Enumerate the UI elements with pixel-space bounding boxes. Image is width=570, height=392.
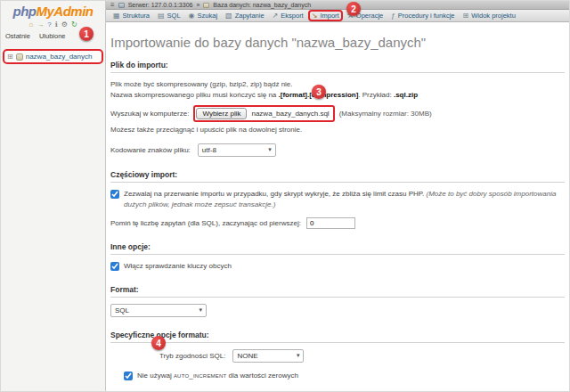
charset-select[interactable]: utf-8▾ — [198, 143, 276, 157]
format-select[interactable]: SQL▾ — [110, 304, 207, 317]
tab-structure[interactable]: ▦Struktura — [110, 10, 153, 21]
example-extension-text: .sql.zip — [394, 91, 418, 99]
search-icon: ◉ — [189, 12, 195, 20]
export-icon: ↗ — [273, 12, 279, 20]
interrupt-checkbox[interactable] — [110, 190, 119, 199]
max-size-label: (Maksymalny rozmiar: 30MB) — [339, 110, 432, 118]
breadcrumb-separator: » — [196, 2, 200, 8]
phpmyadmin-logo[interactable]: phpMyAdmin — [1, 1, 105, 19]
tab-label: SQL — [167, 12, 181, 20]
chevron-down-icon: ▾ — [297, 352, 300, 359]
tab-designer[interactable]: ⊞Widok projektu — [460, 10, 519, 21]
tab-label: Import — [320, 12, 338, 20]
step-badge-1: 1 — [79, 27, 94, 41]
browse-label: Wyszukaj w komputerze: — [110, 110, 189, 118]
foreign-key-checkbox-row: Włącz sprawdzanie kluczy obcych — [110, 261, 565, 272]
main-area: ≡ Serwer: 127.0.0.1:3306 » Baza danych: … — [106, 1, 569, 391]
database-tree: ⊞ nazwa_bazy_danych — [3, 49, 103, 64]
tree-item-label: nazwa_bazy_danych — [26, 53, 93, 61]
logout-icon[interactable]: → — [37, 20, 44, 29]
foreign-key-checkbox[interactable] — [110, 262, 119, 271]
breadcrumb: ≡ Serwer: 127.0.0.1:3306 » Baza danych: … — [106, 1, 569, 10]
sidebar-tab-recent[interactable]: Ostatnie — [5, 32, 30, 40]
query-icon: ▧ — [225, 12, 232, 20]
page-title: Importowanie do bazy danych "nazwa_bazy_… — [110, 35, 565, 50]
refresh-icon[interactable]: ↻ — [71, 20, 77, 29]
sidebar: phpMyAdmin ⌂ → ? ℹ ⚙ ↻ Ostatnie Ulubione… — [1, 1, 106, 391]
tab-label: Zapytanie — [235, 12, 265, 20]
settings-icon[interactable]: ⚙ — [61, 20, 68, 29]
section-format: Format: — [110, 285, 565, 298]
auto-increment-code: auto_increment — [174, 372, 226, 380]
tab-sql[interactable]: ▤SQL — [154, 10, 184, 21]
tab-import[interactable]: ↘Import — [308, 10, 343, 21]
tab-label: Widok projektu — [471, 12, 516, 20]
choose-file-button[interactable]: Wybierz plik — [196, 108, 247, 119]
step-badge-3: 3 — [312, 85, 326, 99]
compression-info-line: Plik może być skompresowany (gzip, bzip2… — [110, 79, 565, 90]
tree-item-database[interactable]: ⊞ nazwa_bazy_danych — [3, 49, 103, 64]
skip-queries-row: Pomiń tę liczbę zapytań (dla SQL), zaczy… — [110, 217, 565, 229]
import-icon: ↘ — [312, 12, 318, 20]
chevron-down-icon: ▾ — [268, 146, 272, 153]
section-format-options: Specyficzne opcje formatu: — [110, 331, 565, 343]
info-icon[interactable]: ℹ — [55, 20, 58, 29]
section-file-to-import: Plik do importu: — [110, 61, 565, 73]
file-upload-row: Wyszukaj w komputerze: Wybierz plik nazw… — [110, 105, 565, 122]
tab-label: Eksport — [281, 12, 303, 20]
tab-label: Operacje — [356, 12, 383, 20]
expand-icon[interactable]: ⊞ — [7, 53, 13, 61]
sql-compatibility-value: NONE — [237, 352, 257, 360]
zero-autoincrement-label: Nie używaj auto_increment dla wartości z… — [137, 371, 298, 381]
format-value: SQL — [115, 306, 129, 314]
sql-compatibility-select[interactable]: NONE▾ — [232, 349, 304, 363]
filename-info-line: Nazwa skompresowanego pliku musi kończyć… — [110, 90, 565, 101]
charset-label: Kodowanie znaków pliku: — [110, 146, 191, 154]
tab-query[interactable]: ▧Zapytanie — [222, 10, 268, 21]
zero-autoincrement-checkbox[interactable] — [124, 372, 133, 380]
charset-row: Kodowanie znaków pliku: utf-8▾ — [110, 143, 565, 157]
phpmyadmin-window: phpMyAdmin ⌂ → ? ℹ ⚙ ↻ Ostatnie Ulubione… — [0, 0, 570, 392]
tab-label: Procedury i funkcje — [398, 12, 455, 20]
sidebar-toggle-icon[interactable]: ≡ — [110, 1, 115, 9]
tab-routines[interactable]: ƒProcedury i funkcje — [387, 10, 458, 21]
step-badge-2: 2 — [346, 2, 361, 16]
chevron-down-icon: ▾ — [199, 306, 202, 314]
database-icon — [16, 53, 23, 61]
designer-icon: ⊞ — [463, 12, 469, 20]
tab-label: Szukaj — [198, 12, 218, 20]
help-icon[interactable]: ? — [47, 20, 51, 29]
sql-icon: ▤ — [158, 12, 165, 20]
sql-compatibility-label: Tryb zgodności SQL: — [159, 352, 225, 360]
charset-value: utf-8 — [202, 146, 216, 154]
selected-file-name: nazwa_bazy_danych.sql — [251, 110, 329, 118]
interrupt-label: Zezwalaj na przerwanie importu w przypad… — [124, 189, 565, 210]
logo-php-part: php — [13, 4, 37, 19]
server-icon — [118, 3, 125, 8]
section-other-options: Inne opcje: — [110, 242, 565, 255]
skip-queries-label: Pomiń tę liczbę zapytań (dla SQL), zaczy… — [110, 219, 301, 227]
breadcrumb-database[interactable]: Baza danych: nazwa_bazy_danych — [213, 2, 311, 8]
sql-compatibility-row: Tryb zgodności SQL: NONE▾ — [159, 349, 565, 363]
import-page: Importowanie do bazy danych "nazwa_bazy_… — [106, 22, 569, 392]
database-icon — [203, 3, 209, 8]
file-input-highlight: Wybierz plik nazwa_bazy_danych.sql — [193, 105, 334, 122]
tab-export[interactable]: ↗Eksport — [269, 10, 307, 21]
foreign-key-label: Włącz sprawdzanie kluczy obcych — [124, 261, 232, 272]
tab-search[interactable]: ◉Szukaj — [185, 10, 222, 21]
home-icon[interactable]: ⌂ — [28, 20, 33, 29]
breadcrumb-server[interactable]: Serwer: 127.0.0.1:3306 — [128, 2, 193, 8]
dragdrop-hint: Możesz także przeciągnąć i upuścić plik … — [110, 125, 565, 135]
tab-bar: ▦Struktura ▤SQL ◉Szukaj ▧Zapytanie ↗Eksp… — [106, 10, 569, 22]
structure-icon: ▦ — [113, 12, 120, 20]
logo-myadmin-part: MyAdmin — [37, 4, 94, 19]
section-partial-import: Częściowy import: — [110, 170, 565, 183]
routines-icon: ƒ — [391, 12, 395, 20]
interrupt-checkbox-row: Zezwalaj na przerwanie importu w przypad… — [110, 189, 565, 210]
skip-queries-input[interactable] — [306, 217, 355, 229]
step-badge-4: 4 — [151, 336, 166, 350]
zero-autoincrement-row: Nie używaj auto_increment dla wartości z… — [124, 371, 565, 381]
sidebar-tab-favorites[interactable]: Ulubione — [39, 32, 66, 40]
tab-label: Struktura — [123, 12, 150, 20]
